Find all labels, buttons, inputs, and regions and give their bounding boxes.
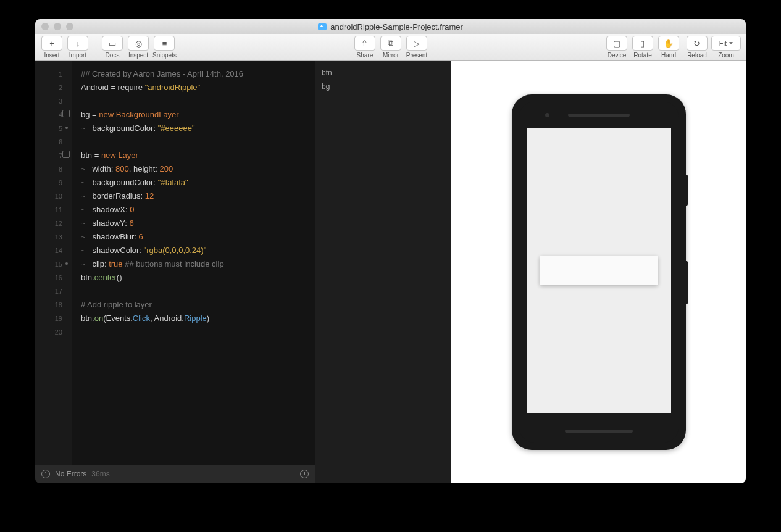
code-line[interactable]: Android = require "androidRipple": [81, 81, 309, 94]
share-button[interactable]: ⇧Share: [353, 36, 377, 59]
device-frame: [512, 94, 686, 450]
share-icon: ⇧: [354, 36, 375, 51]
reload-icon: ↻: [687, 36, 708, 51]
camera-icon: [545, 113, 549, 117]
code-line[interactable]: ~ backgroundColor: "#eeeeee": [81, 122, 309, 135]
titlebar[interactable]: androidRipple-Sample-Project.framer: [35, 19, 746, 34]
insert-button[interactable]: +Insert: [40, 36, 64, 59]
layers-panel: btnbg: [315, 61, 451, 483]
toolbar-label: Mirror: [383, 52, 399, 59]
code-line[interactable]: ~ shadowX: 0: [81, 203, 309, 217]
device-screen[interactable]: [527, 128, 671, 413]
device-top: [519, 102, 679, 128]
chevron-down-icon: [729, 42, 733, 44]
target-icon[interactable]: [41, 470, 50, 478]
code-line[interactable]: ~ width: 800, height: 200: [81, 162, 309, 176]
snippets-button[interactable]: ≡Snippets: [152, 36, 177, 59]
toolbar-label: Insert: [44, 52, 59, 59]
title-text: androidRipple-Sample-Project.framer: [330, 22, 463, 31]
code-line[interactable]: ## Created by Aaron James - April 14th, …: [81, 67, 309, 81]
hand-icon: ✋: [658, 36, 679, 51]
code-line[interactable]: [81, 325, 309, 339]
toolbar-group-device: ▢Device▯Rotate✋Hand: [605, 36, 680, 59]
line-number: 12: [35, 217, 69, 230]
close-icon[interactable]: [41, 23, 49, 30]
line-number: 2: [35, 81, 69, 94]
traffic-lights: [41, 23, 73, 30]
gutter-dot-icon: [65, 127, 68, 129]
code-line[interactable]: ~ shadowColor: "rgba(0,0,0,0.24)": [81, 244, 309, 257]
code-line[interactable]: ~ clip: true ## buttons must include cli…: [81, 257, 309, 271]
code-line[interactable]: btn.center(): [81, 271, 309, 285]
reload-button[interactable]: ↻Reload: [685, 36, 709, 59]
toolbar-label: Device: [608, 52, 627, 59]
toolbar-label: Snippets: [152, 52, 177, 59]
toolbar-label: Import: [69, 52, 86, 59]
line-number: 1: [35, 67, 69, 81]
line-number: 5: [35, 122, 69, 135]
line-number: 6: [35, 135, 69, 149]
import-button[interactable]: ↓Import: [66, 36, 90, 59]
preview-button-layer[interactable]: [540, 256, 658, 285]
mirror-button[interactable]: ⧉Mirror: [379, 36, 403, 59]
fold-icon[interactable]: [62, 110, 70, 117]
code-line[interactable]: [81, 285, 309, 298]
code-line[interactable]: ~ shadowBlur: 6: [81, 230, 309, 244]
code-body[interactable]: ## Created by Aaron James - April 14th, …: [72, 61, 315, 465]
speaker: [568, 114, 630, 117]
clock-icon[interactable]: [300, 470, 309, 478]
line-number: 18: [35, 298, 69, 312]
rotate-button[interactable]: ▯Rotate: [631, 36, 654, 59]
code-line[interactable]: btn.on(Events.Click, Android.Ripple): [81, 312, 309, 325]
line-number: 19: [35, 312, 69, 325]
status-errors: No Errors: [55, 470, 86, 478]
inspect-icon: ◎: [128, 36, 149, 51]
zoom-select[interactable]: Fit: [711, 36, 741, 51]
code-line[interactable]: [81, 135, 309, 149]
code-line[interactable]: ~ borderRadius: 12: [81, 189, 309, 203]
code-line[interactable]: [81, 94, 309, 108]
minimize-icon[interactable]: [54, 23, 61, 30]
present-icon: ▷: [406, 36, 427, 51]
toolbar-label: Share: [357, 52, 374, 59]
toolbar-group-file: +Insert↓Import: [40, 36, 90, 59]
folder-icon: [318, 23, 327, 30]
toolbar-label: Present: [406, 52, 427, 59]
line-number: 3: [35, 94, 69, 108]
docs-button[interactable]: ▭Docs: [101, 36, 124, 59]
code-editor[interactable]: 1234567891011121314151617181920 ## Creat…: [35, 61, 315, 465]
line-number: 14: [35, 244, 69, 257]
present-button[interactable]: ▷Present: [405, 36, 428, 59]
home-bar: [565, 430, 633, 433]
code-line[interactable]: btn = new Layer: [81, 149, 309, 162]
layer-item[interactable]: bg: [322, 80, 445, 93]
code-line[interactable]: bg = new BackgroundLayer: [81, 108, 309, 122]
code-line[interactable]: ~ backgroundColor: "#fafafa": [81, 176, 309, 189]
toolbar-group-docs: ▭Docs◎Inspect≡Snippets: [101, 36, 177, 59]
line-number: 8: [35, 162, 69, 176]
line-number: 4: [35, 108, 69, 122]
import-icon: ↓: [67, 36, 88, 51]
line-number: 20: [35, 325, 69, 339]
line-number: 11: [35, 203, 69, 217]
status-time: 36ms: [91, 470, 109, 478]
hand-button[interactable]: ✋Hand: [657, 36, 680, 59]
snippets-icon: ≡: [154, 36, 175, 51]
mirror-icon: ⧉: [380, 36, 401, 51]
toolbar-label: Hand: [661, 52, 676, 59]
code-line[interactable]: ~ shadowY: 6: [81, 217, 309, 230]
zoom-icon[interactable]: [66, 23, 73, 30]
fold-icon[interactable]: [62, 151, 70, 158]
code-line[interactable]: # Add ripple to layer: [81, 298, 309, 312]
status-bar: No Errors 36ms: [35, 465, 315, 483]
window-title: androidRipple-Sample-Project.framer: [35, 22, 746, 31]
line-number: 13: [35, 230, 69, 244]
layer-item[interactable]: btn: [322, 66, 445, 80]
editor-pane: 1234567891011121314151617181920 ## Creat…: [35, 61, 315, 483]
toolbar: +Insert↓Import ▭Docs◎Inspect≡Snippets ⇧S…: [35, 34, 746, 61]
inspect-button[interactable]: ◎Inspect: [127, 36, 150, 59]
line-number: 17: [35, 285, 69, 298]
toolbar-group-share: ⇧Share⧉Mirror▷Present: [353, 36, 428, 59]
device-button[interactable]: ▢Device: [605, 36, 629, 59]
toolbar-group-reload: ↻Reload: [685, 36, 709, 59]
